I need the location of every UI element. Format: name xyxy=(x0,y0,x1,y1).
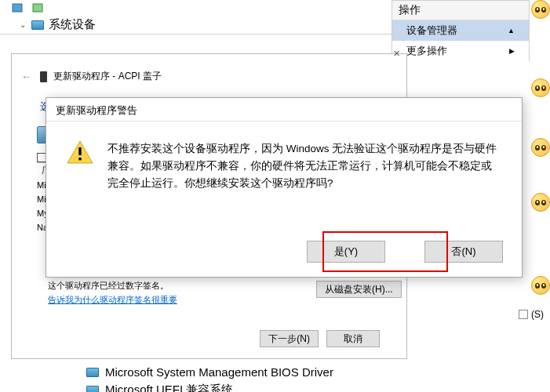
toolbar-icon-1[interactable] xyxy=(11,2,24,14)
next-button[interactable]: 下一步(N) xyxy=(260,330,319,347)
wizard-title-text: 更新驱动程序 - ACPI 盖子 xyxy=(53,70,162,83)
monitor-icon xyxy=(31,20,44,30)
toolbar-icon-2[interactable] xyxy=(31,2,44,14)
emoji-icon xyxy=(531,276,550,295)
actions-pane-header: 操作 xyxy=(392,1,529,20)
dialog-message: 不推荐安装这个设备驱动程序，因为 Windows 无法验证这个驱动程序是否与硬件… xyxy=(107,140,501,192)
checkbox-s-label: (S) xyxy=(531,309,544,320)
devmgr-item-uefi[interactable]: Microsoft UEFI 兼容系统 xyxy=(86,383,233,392)
actions-item-label: 更多操作 xyxy=(406,44,447,58)
triangle-right-icon: ▶ xyxy=(509,47,515,55)
driver-warning-dialog: 更新驱动程序警告 不推荐安装这个设备驱动程序，因为 Windows 无法验证这个… xyxy=(46,97,523,278)
dialog-body: 不推荐安装这个设备驱动程序，因为 Windows 无法验证这个驱动程序是否与硬件… xyxy=(46,122,522,200)
warning-icon xyxy=(67,140,93,192)
devmgr-item-label: Microsoft UEFI 兼容系统 xyxy=(105,383,233,392)
devmgr-node-system-devices[interactable]: ⌄ 系统设备 xyxy=(19,17,96,32)
emoji-icon xyxy=(531,138,550,157)
actions-item-more[interactable]: 更多操作 ▶ xyxy=(392,41,529,61)
triangle-up-icon: ▲ xyxy=(508,27,515,34)
devmgr-node-label: 系统设备 xyxy=(49,17,96,32)
no-button[interactable]: 否(N) xyxy=(424,241,503,263)
devmgr-toolbar: ⌄ 系统设备 xyxy=(0,0,392,34)
emoji-icon xyxy=(531,0,550,19)
emoji-icon xyxy=(531,78,550,97)
from-disk-button-wrap: 从磁盘安装(H)... xyxy=(316,281,402,298)
checkbox-icon xyxy=(519,310,528,319)
dialog-title: 更新驱动程序警告 xyxy=(46,98,522,122)
devmgr-item-label: Microsoft System Management BIOS Driver xyxy=(105,365,333,379)
svg-rect-1 xyxy=(33,4,42,12)
yes-button[interactable]: 是(Y) xyxy=(307,241,385,263)
actions-item-devmgr[interactable]: 设备管理器 ▲ xyxy=(392,20,529,41)
monitor-icon xyxy=(86,368,99,377)
wizard-back-button[interactable]: ← xyxy=(21,71,31,82)
monitor-icon xyxy=(86,386,99,393)
actions-item-label: 设备管理器 xyxy=(406,24,457,38)
signed-text: 这个驱动程序已经过数字签名。 xyxy=(48,280,169,292)
cancel-button[interactable]: 取消 xyxy=(326,330,380,347)
svg-rect-4 xyxy=(78,158,81,160)
wizard-close-button[interactable]: × xyxy=(393,46,400,60)
devmgr-item-bios-driver[interactable]: Microsoft System Management BIOS Driver xyxy=(86,365,333,379)
signed-help-link[interactable]: 告诉我为什么驱动程序签名很重要 xyxy=(48,294,177,306)
devmgr-toolbar-icons xyxy=(11,2,44,14)
svg-rect-3 xyxy=(78,147,81,155)
chip-icon xyxy=(40,71,47,82)
wizard-nav-buttons: 下一步(N) 取消 xyxy=(260,330,380,347)
svg-rect-0 xyxy=(13,4,22,12)
from-disk-button[interactable]: 从磁盘安装(H)... xyxy=(316,281,402,298)
checkbox-s[interactable]: (S) xyxy=(519,309,544,320)
chevron-down-icon: ⌄ xyxy=(19,21,27,29)
wizard-title: 更新驱动程序 - ACPI 盖子 xyxy=(40,70,162,83)
actions-pane: 操作 设备管理器 ▲ 更多操作 ▶ xyxy=(392,0,530,61)
dialog-buttons: 是(Y) 否(N) xyxy=(307,241,503,263)
emoji-icon xyxy=(531,193,550,212)
